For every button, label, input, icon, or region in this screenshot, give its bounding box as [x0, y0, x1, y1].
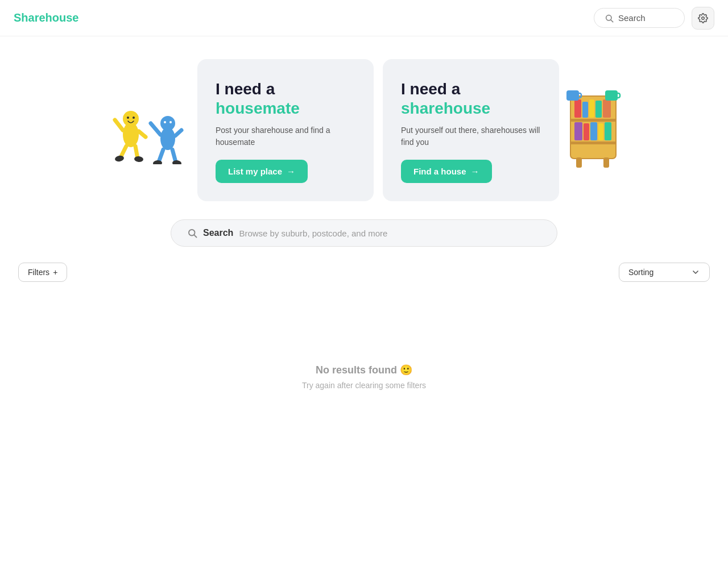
svg-point-6: [133, 117, 135, 119]
search-icon: [605, 14, 614, 23]
svg-rect-40: [576, 157, 582, 168]
svg-point-14: [160, 116, 175, 131]
bookshelf-illustration: [562, 90, 630, 170]
card-housemate-headline: I need a housemate: [216, 80, 355, 118]
svg-rect-24: [570, 119, 616, 122]
svg-point-2: [702, 16, 705, 19]
svg-line-9: [121, 146, 126, 157]
empty-title: No results found 🙂: [14, 364, 714, 376]
svg-rect-34: [598, 123, 603, 140]
svg-point-5: [127, 117, 129, 119]
svg-rect-41: [603, 157, 609, 168]
svg-point-4: [123, 111, 139, 127]
svg-rect-28: [589, 99, 594, 118]
svg-point-16: [169, 121, 172, 123]
svg-rect-30: [603, 99, 611, 118]
empty-state: No results found 🙂 Try again after clear…: [14, 296, 714, 424]
dancing-figures-illustration: [98, 90, 195, 164]
plus-icon: +: [53, 268, 57, 277]
card-housemate-description: Post your sharehouse and find a housemat…: [216, 124, 355, 148]
main-search-bar[interactable]: Search Browse by suburb, postcode, and m…: [171, 219, 557, 247]
card-sharehouse-text: I need a sharehouse Put yourself out the…: [401, 80, 541, 148]
main-content: I need a housemate Post your sharehouse …: [0, 36, 728, 424]
empty-subtitle: Try again after clearing some filters: [14, 381, 714, 390]
card-sharehouse-headline: I need a sharehouse: [401, 80, 541, 118]
search-placeholder: Browse by suburb, postcode, and more: [239, 228, 387, 238]
svg-line-18: [175, 130, 181, 136]
svg-line-19: [159, 149, 163, 162]
svg-rect-36: [566, 90, 579, 101]
logo[interactable]: Sharehouse: [14, 11, 78, 24]
svg-rect-29: [595, 101, 602, 118]
svg-rect-26: [574, 99, 581, 118]
svg-line-7: [115, 120, 123, 130]
hero-section: I need a housemate Post your sharehouse …: [14, 59, 714, 201]
filter-bar: Filters + Sorting: [14, 263, 714, 282]
search-label: Search: [203, 228, 233, 238]
chevron-down-icon: [691, 268, 700, 277]
gear-icon: [698, 13, 708, 23]
svg-line-8: [139, 131, 146, 137]
card-housemate-text: I need a housemate Post your sharehouse …: [216, 80, 355, 148]
svg-rect-39: [617, 93, 620, 98]
sorting-dropdown[interactable]: Sorting: [619, 263, 710, 282]
header-right: Search: [594, 7, 714, 30]
svg-rect-31: [574, 122, 582, 140]
mascot-left: [95, 90, 197, 170]
mascot-right: [559, 90, 633, 170]
svg-line-1: [611, 20, 613, 22]
header-search-bar[interactable]: Search: [594, 8, 685, 28]
search-icon-main: [187, 228, 197, 238]
filters-button[interactable]: Filters +: [18, 263, 67, 282]
svg-rect-32: [584, 123, 589, 140]
settings-button[interactable]: [692, 7, 714, 30]
search-section: Search Browse by suburb, postcode, and m…: [171, 219, 557, 247]
svg-rect-33: [590, 122, 597, 140]
filters-label: Filters: [28, 268, 49, 277]
list-my-place-button[interactable]: List my place →: [216, 160, 308, 183]
sorting-label: Sorting: [628, 268, 653, 277]
card-sharehouse-description: Put yourself out there, sharehouses will…: [401, 124, 541, 148]
svg-line-43: [194, 235, 196, 238]
svg-rect-27: [582, 102, 588, 118]
header: Sharehouse Search: [0, 0, 728, 36]
svg-rect-35: [605, 122, 611, 140]
svg-rect-38: [605, 90, 618, 101]
card-housemate: I need a housemate Post your sharehouse …: [197, 59, 374, 201]
header-search-label: Search: [618, 13, 646, 23]
cards-container: I need a housemate Post your sharehouse …: [197, 59, 559, 201]
svg-line-17: [151, 123, 160, 135]
svg-line-20: [172, 149, 176, 162]
svg-rect-25: [570, 142, 616, 144]
find-a-house-button[interactable]: Find a house →: [401, 160, 492, 183]
card-sharehouse: I need a sharehouse Put yourself out the…: [383, 59, 559, 201]
svg-point-15: [164, 121, 166, 123]
